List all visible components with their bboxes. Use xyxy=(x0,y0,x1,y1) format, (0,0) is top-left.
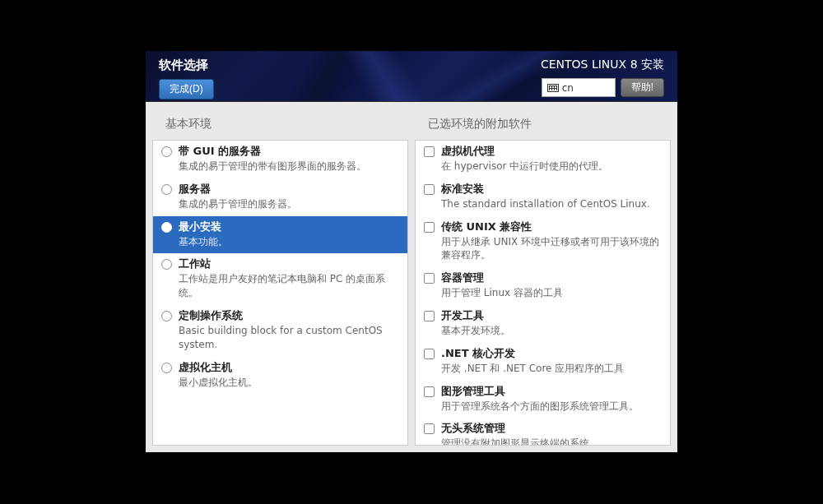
addon-option[interactable]: 开发工具基本开发环境。 xyxy=(416,305,670,343)
checkbox-icon xyxy=(424,423,435,434)
option-label: 虚拟机代理 xyxy=(441,144,662,159)
option-desc: 工作站是用户友好的笔记本电脑和 PC 的桌面系统。 xyxy=(179,272,399,300)
option-label: 容器管理 xyxy=(441,270,662,285)
keyboard-icon xyxy=(547,84,559,92)
environment-option[interactable]: 带 GUI 的服务器集成的易于管理的带有图形界面的服务器。 xyxy=(153,141,407,178)
installer-window: 软件选择 完成(D) CENTOS LINUX 8 安装 cn 帮助! 基本环境… xyxy=(146,51,677,452)
addon-option[interactable]: 传统 UNIX 兼容性用于从继承 UNIX 环境中迁移或者可用于该环境的兼容程序… xyxy=(416,216,670,268)
addon-option[interactable]: 虚拟机代理在 hypervisor 中运行时使用的代理。 xyxy=(416,141,670,178)
environment-option[interactable]: 工作站工作站是用户友好的笔记本电脑和 PC 的桌面系统。 xyxy=(153,253,407,305)
option-label: 虚拟化主机 xyxy=(179,360,399,375)
keyboard-layout-label: cn xyxy=(562,82,574,94)
radio-icon xyxy=(161,184,172,195)
checkbox-icon xyxy=(424,386,435,397)
environment-option[interactable]: 虚拟化主机最小虚拟化主机。 xyxy=(153,357,407,395)
option-desc: Basic building block for a custom CentOS… xyxy=(179,324,399,352)
addon-option[interactable]: 无头系统管理管理没有附加图形显示终端的系统。 xyxy=(416,418,670,446)
radio-icon xyxy=(161,146,172,157)
titlebar: 软件选择 完成(D) CENTOS LINUX 8 安装 cn 帮助! xyxy=(146,51,677,102)
option-desc: 开发 .NET 和 .NET Core 应用程序的工具 xyxy=(441,362,662,376)
option-desc: 基本开发环境。 xyxy=(441,324,662,338)
environment-option[interactable]: 定制操作系统Basic building block for a custom … xyxy=(153,305,407,357)
install-title: CENTOS LINUX 8 安装 xyxy=(541,58,664,72)
option-desc: 最小虚拟化主机。 xyxy=(179,376,399,390)
option-desc: 集成的易于管理的服务器。 xyxy=(179,197,399,211)
option-label: 开发工具 xyxy=(441,308,662,323)
page-title: 软件选择 xyxy=(159,58,214,73)
radio-icon xyxy=(161,222,172,233)
base-environment-header: 基本环境 xyxy=(152,102,408,140)
option-desc: 用于从继承 UNIX 环境中迁移或者可用于该环境的兼容程序。 xyxy=(441,235,662,263)
option-desc: 管理没有附加图形显示终端的系统。 xyxy=(441,437,662,446)
option-label: .NET 核心开发 xyxy=(441,346,662,361)
option-desc: 用于管理 Linux 容器的工具 xyxy=(441,286,662,300)
addons-header: 已选环境的附加软件 xyxy=(415,102,671,140)
done-button[interactable]: 完成(D) xyxy=(159,79,214,99)
option-desc: 基本功能。 xyxy=(179,235,399,249)
option-desc: 集成的易于管理的带有图形界面的服务器。 xyxy=(179,160,399,173)
radio-icon xyxy=(161,311,172,321)
checkbox-icon xyxy=(424,311,435,321)
base-environment-list[interactable]: 带 GUI 的服务器集成的易于管理的带有图形界面的服务器。服务器集成的易于管理的… xyxy=(152,140,408,446)
addon-option[interactable]: .NET 核心开发开发 .NET 和 .NET Core 应用程序的工具 xyxy=(416,343,670,381)
addons-pane: 已选环境的附加软件 虚拟机代理在 hypervisor 中运行时使用的代理。标准… xyxy=(415,102,671,446)
keyboard-layout-indicator[interactable]: cn xyxy=(542,78,616,97)
option-desc: 用于管理系统各个方面的图形系统管理工具。 xyxy=(441,400,662,414)
radio-icon xyxy=(161,363,172,373)
checkbox-icon xyxy=(424,273,435,284)
checkbox-icon xyxy=(424,184,435,195)
addon-option[interactable]: 图形管理工具用于管理系统各个方面的图形系统管理工具。 xyxy=(416,381,670,418)
option-desc: 在 hypervisor 中运行时使用的代理。 xyxy=(441,160,662,173)
addon-option[interactable]: 标准安装The standard installation of CentOS … xyxy=(416,178,670,216)
radio-icon xyxy=(161,259,172,270)
checkbox-icon xyxy=(424,146,435,157)
option-label: 工作站 xyxy=(179,257,399,271)
option-label: 标准安装 xyxy=(441,182,662,197)
environment-option[interactable]: 服务器集成的易于管理的服务器。 xyxy=(153,178,407,216)
option-label: 无头系统管理 xyxy=(441,421,662,436)
addons-list[interactable]: 虚拟机代理在 hypervisor 中运行时使用的代理。标准安装The stan… xyxy=(415,140,671,446)
base-environment-pane: 基本环境 带 GUI 的服务器集成的易于管理的带有图形界面的服务器。服务器集成的… xyxy=(152,102,408,446)
help-button[interactable]: 帮助! xyxy=(621,78,664,97)
option-desc: The standard installation of CentOS Linu… xyxy=(441,197,662,211)
addon-option[interactable]: 容器管理用于管理 Linux 容器的工具 xyxy=(416,267,670,305)
option-label: 图形管理工具 xyxy=(441,384,662,399)
option-label: 传统 UNIX 兼容性 xyxy=(441,220,662,234)
option-label: 带 GUI 的服务器 xyxy=(179,144,399,159)
option-label: 最小安装 xyxy=(179,220,399,234)
environment-option[interactable]: 最小安装基本功能。 xyxy=(153,216,407,254)
option-label: 服务器 xyxy=(179,182,399,197)
checkbox-icon xyxy=(424,222,435,233)
option-label: 定制操作系统 xyxy=(179,308,399,323)
checkbox-icon xyxy=(424,349,435,359)
